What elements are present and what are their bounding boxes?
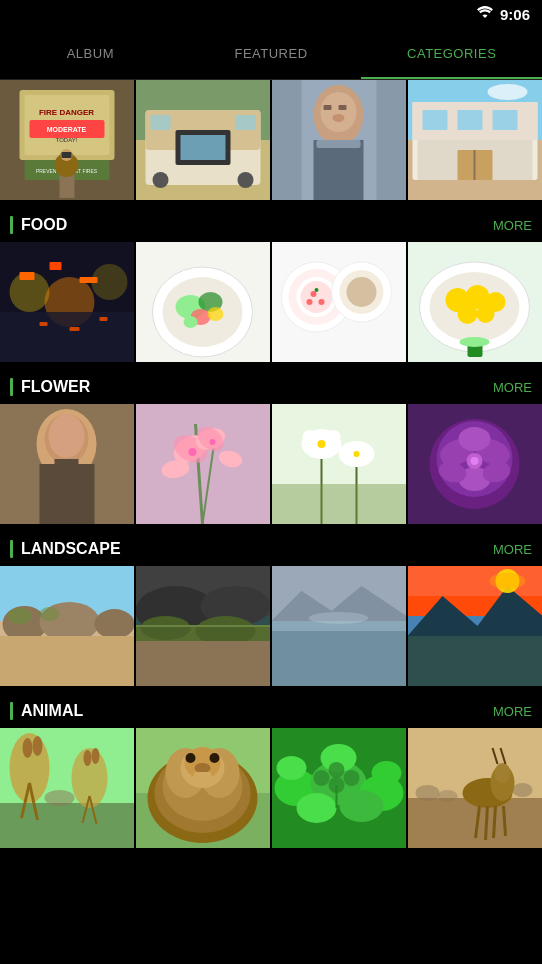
food-photo-grid [0, 242, 542, 362]
landscape-header: LANDSCAPE MORE [0, 540, 542, 566]
svg-rect-38 [458, 110, 483, 130]
svg-point-44 [488, 84, 528, 100]
svg-rect-183 [194, 772, 212, 780]
svg-rect-55 [100, 317, 108, 321]
status-time: 9:06 [500, 6, 530, 23]
svg-line-209 [504, 806, 506, 836]
svg-rect-13 [62, 152, 72, 158]
food-photo-3[interactable] [272, 242, 406, 362]
svg-point-188 [297, 793, 337, 823]
svg-point-212 [513, 783, 533, 797]
svg-point-162 [33, 736, 43, 756]
svg-rect-21 [236, 115, 256, 130]
svg-point-31 [333, 114, 345, 122]
landscape-photo-2[interactable] [136, 566, 270, 686]
animal-title: ANIMAL [10, 702, 83, 720]
svg-point-161 [23, 738, 33, 758]
svg-point-111 [323, 446, 335, 458]
flower-photo-grid [0, 404, 542, 524]
svg-point-28 [321, 92, 357, 132]
svg-rect-115 [272, 484, 406, 524]
food-title: FOOD [10, 216, 67, 234]
svg-rect-92 [136, 404, 270, 524]
category-food: FOOD MORE [0, 216, 542, 362]
tab-album[interactable]: ALBUM [0, 28, 181, 79]
svg-point-100 [210, 439, 216, 445]
svg-point-71 [347, 277, 377, 307]
svg-rect-54 [70, 327, 80, 331]
hero-photo-2[interactable] [136, 80, 270, 200]
tab-categories[interactable]: CATEGORIES [361, 28, 542, 79]
tabs-bar: ALBUM FEATURED CATEGORIES [0, 28, 542, 80]
svg-rect-90 [40, 464, 95, 524]
flower-photo-4[interactable] [408, 404, 542, 524]
svg-point-73 [319, 299, 325, 305]
svg-rect-30 [339, 105, 347, 110]
food-photo-4[interactable] [408, 242, 542, 362]
svg-point-23 [238, 172, 254, 188]
svg-point-74 [307, 299, 313, 305]
category-landscape: LANDSCAPE MORE [0, 540, 542, 686]
svg-point-72 [311, 291, 317, 297]
animal-title-bar [10, 702, 13, 720]
flower-more-button[interactable]: MORE [493, 380, 532, 395]
flower-photo-3[interactable] [272, 404, 406, 524]
svg-point-108 [303, 430, 317, 444]
flower-photo-2[interactable] [136, 404, 270, 524]
svg-rect-132 [0, 636, 134, 686]
food-title-bar [10, 216, 13, 234]
animal-more-button[interactable]: MORE [493, 704, 532, 719]
svg-point-82 [458, 304, 478, 324]
animal-header: ANIMAL MORE [0, 702, 542, 728]
svg-point-170 [45, 790, 75, 806]
flower-photo-1[interactable] [0, 404, 134, 524]
svg-point-210 [416, 785, 440, 801]
svg-point-99 [189, 448, 197, 456]
hero-photo-3[interactable] [272, 80, 406, 200]
tab-featured[interactable]: FEATURED [181, 28, 362, 79]
status-bar: 9:06 [0, 0, 542, 28]
svg-point-156 [490, 573, 526, 589]
animal-photo-1[interactable] [0, 728, 134, 848]
svg-rect-142 [136, 641, 270, 686]
landscape-more-button[interactable]: MORE [493, 542, 532, 557]
svg-rect-32 [317, 140, 361, 148]
svg-rect-49 [0, 312, 134, 362]
svg-point-189 [340, 790, 384, 822]
svg-point-182 [195, 763, 211, 773]
svg-line-207 [486, 806, 488, 840]
svg-point-166 [84, 750, 92, 766]
svg-point-131 [95, 609, 135, 639]
svg-point-195 [344, 770, 360, 786]
food-photo-2[interactable] [136, 242, 270, 362]
status-bar-right: 9:06 [476, 5, 530, 23]
svg-point-211 [438, 790, 458, 802]
animal-photo-4[interactable] [408, 728, 542, 848]
landscape-photo-grid [0, 566, 542, 686]
svg-rect-29 [324, 105, 332, 110]
flower-title: FLOWER [10, 378, 90, 396]
svg-point-203 [495, 763, 511, 783]
flower-title-bar [10, 378, 13, 396]
svg-point-109 [327, 430, 341, 444]
svg-point-140 [141, 616, 191, 640]
svg-point-85 [460, 337, 490, 347]
svg-point-62 [208, 307, 224, 321]
svg-rect-37 [423, 110, 448, 130]
svg-rect-50 [20, 272, 35, 280]
hero-photo-4[interactable] [408, 80, 542, 200]
svg-point-110 [309, 446, 321, 458]
animal-photo-3[interactable] [272, 728, 406, 848]
food-more-button[interactable]: MORE [493, 218, 532, 233]
svg-rect-158 [0, 803, 134, 848]
hero-photo-1[interactable]: FIRE DANGER MODERATE TODAY! PREVENT FORE… [0, 80, 134, 200]
svg-point-194 [329, 762, 345, 778]
landscape-photo-3[interactable] [272, 566, 406, 686]
landscape-photo-4[interactable] [408, 566, 542, 686]
svg-point-190 [277, 756, 307, 780]
food-photo-1[interactable] [0, 242, 134, 362]
svg-rect-39 [493, 110, 518, 130]
svg-rect-52 [80, 277, 98, 283]
landscape-photo-1[interactable] [0, 566, 134, 686]
animal-photo-2[interactable] [136, 728, 270, 848]
